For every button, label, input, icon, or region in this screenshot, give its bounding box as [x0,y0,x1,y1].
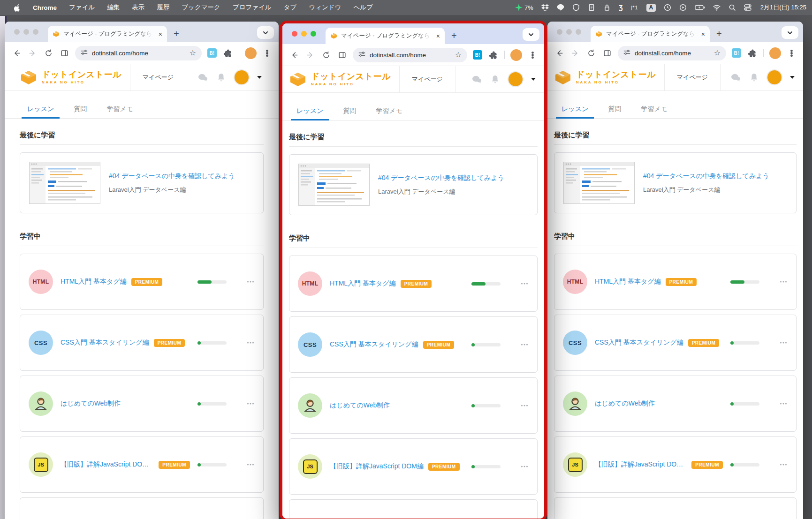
bookmark-star-button[interactable]: ☆ [190,49,196,57]
menubar-item[interactable]: 編集 [107,3,120,12]
course-link[interactable]: はじめてのWeb制作 [595,399,655,408]
course-link[interactable]: HTML入門 基本タグ編 [61,278,127,286]
course-link[interactable]: CSS入門 基本スタイリング編 [595,338,683,347]
input-source-icon[interactable]: A [646,4,656,12]
course-icon[interactable]: JS [298,454,322,479]
user-avatar-button[interactable] [508,72,523,86]
browser-tab[interactable]: マイページ - プログラミングなら × [591,26,710,42]
spotlight-search-icon[interactable] [729,4,736,11]
course-link[interactable]: HTML入門 基本タグ編 [595,278,661,286]
tab-study-notes[interactable]: 学習メモ [633,100,675,118]
extensions-button[interactable] [220,46,235,60]
menubar-item[interactable]: タブ [284,3,297,12]
nav-mypage[interactable]: マイページ [664,64,721,90]
menubar-item[interactable]: 履歴 [157,3,169,12]
course-link[interactable]: はじめてのWeb制作 [330,401,390,410]
side-panel-button[interactable] [600,46,614,60]
site-logo[interactable]: ドットインストール NAKA NO HITO [282,66,399,92]
menubar-item[interactable]: ヘルプ [354,3,373,12]
last-lesson-link[interactable]: #04 データベースの中身を確認してみよう [378,174,504,182]
notifications-bell-button[interactable] [490,75,500,84]
clipboard-icon[interactable] [588,4,595,11]
minimize-window-button[interactable] [301,31,307,37]
lesson-thumbnail[interactable] [563,162,635,204]
new-tab-button[interactable]: + [451,31,457,40]
url-bar[interactable]: dotinstall.com/home ☆ [353,48,467,62]
course-icon[interactable]: HTML [29,270,53,294]
back-button[interactable] [552,46,566,60]
tab-questions[interactable]: 質問 [66,100,94,118]
new-tab-button[interactable]: + [716,29,722,38]
menubar-item[interactable]: ウィンドウ [309,3,341,12]
url-bar[interactable]: dotinstall.com/home ☆ [618,46,726,60]
course-options-button[interactable] [520,462,529,471]
course-options-button[interactable] [246,278,255,286]
tab-search-button[interactable] [257,26,274,39]
wifi-icon[interactable] [713,4,721,11]
chrome-window[interactable]: マイページ - プログラミングなら × + [547,22,803,519]
tab-search-button[interactable] [782,26,798,39]
line-app-icon[interactable] [557,4,564,11]
tab-search-button[interactable] [523,28,539,41]
course-icon[interactable]: JS [563,452,587,477]
course-options-button[interactable] [779,338,788,347]
course-icon[interactable]: HTML [563,270,587,294]
url-bar[interactable]: dotinstall.com/home ☆ [75,46,202,60]
tab-lessons[interactable]: レッスン [20,100,61,118]
course-options-button[interactable] [779,278,788,286]
control-center-icon[interactable] [744,4,751,11]
forward-button[interactable] [25,46,39,60]
tab-lessons[interactable]: レッスン [289,102,331,120]
chrome-window[interactable]: マイページ - プログラミングなら × + [282,23,544,519]
profile-avatar-button[interactable] [510,49,522,61]
course-options-button[interactable] [520,279,529,288]
messages-icon-button[interactable] [731,73,741,82]
course-icon[interactable]: CSS [563,331,587,355]
course-icon[interactable]: CSS [298,332,322,357]
profile-avatar-button[interactable] [245,47,257,59]
menubar-item[interactable]: 表示 [132,3,144,12]
close-window-button[interactable] [14,29,20,35]
nav-mypage[interactable]: マイページ [399,66,455,92]
course-link[interactable]: HTML入門 基本タグ編 [330,279,396,288]
minimize-window-button[interactable] [23,29,29,35]
bookmark-star-button[interactable]: ☆ [714,49,721,57]
messages-icon-button[interactable] [198,73,208,82]
play-status-icon[interactable] [679,4,687,11]
hatena-bookmark-extension-button[interactable]: B! [473,50,482,60]
menubar-clock[interactable]: 2月1日(日) 15:25 [760,3,806,12]
menubar-item[interactable]: ブックマーク [182,3,220,12]
side-panel-button[interactable] [335,48,349,62]
course-icon[interactable] [298,393,322,418]
dropbox-icon[interactable] [541,4,549,11]
course-link[interactable]: CSS入門 基本スタイリング編 [61,338,149,347]
menubar-item[interactable]: ファイル [69,3,95,12]
course-icon[interactable]: CSS [29,331,53,355]
course-options-button[interactable] [246,338,255,347]
close-window-button[interactable] [557,29,562,35]
apple-menu-icon[interactable] [14,4,21,12]
hatena-bookmark-extension-button[interactable]: B! [207,48,217,58]
notifications-bell-button[interactable] [749,73,759,82]
notifications-bell-button[interactable] [216,73,226,82]
time-machine-icon[interactable] [664,4,671,11]
last-lesson-link[interactable]: #04 データベースの中身を確認してみよう [643,172,769,181]
last-lesson-link[interactable]: #04 データベースの中身を確認してみよう [109,172,235,181]
menubar-item[interactable]: プロファイル [233,3,272,12]
browser-menu-button[interactable] [525,48,539,62]
user-avatar-button[interactable] [767,70,782,84]
zoom-window-button[interactable] [33,29,38,35]
minimize-window-button[interactable] [566,29,572,35]
course-options-button[interactable] [520,401,529,410]
course-icon[interactable] [563,391,587,416]
course-options-button[interactable] [246,460,255,469]
profile-avatar-button[interactable] [769,47,781,59]
site-settings-icon[interactable] [81,49,88,58]
forward-button[interactable] [303,48,317,62]
course-icon[interactable]: JS [29,452,53,477]
browser-menu-button[interactable] [784,46,798,60]
browser-tab[interactable]: マイページ - プログラミングなら × [326,28,445,44]
forward-button[interactable] [568,46,582,60]
menubar-app-name[interactable]: Chrome [33,4,57,11]
course-options-button[interactable] [779,460,788,469]
